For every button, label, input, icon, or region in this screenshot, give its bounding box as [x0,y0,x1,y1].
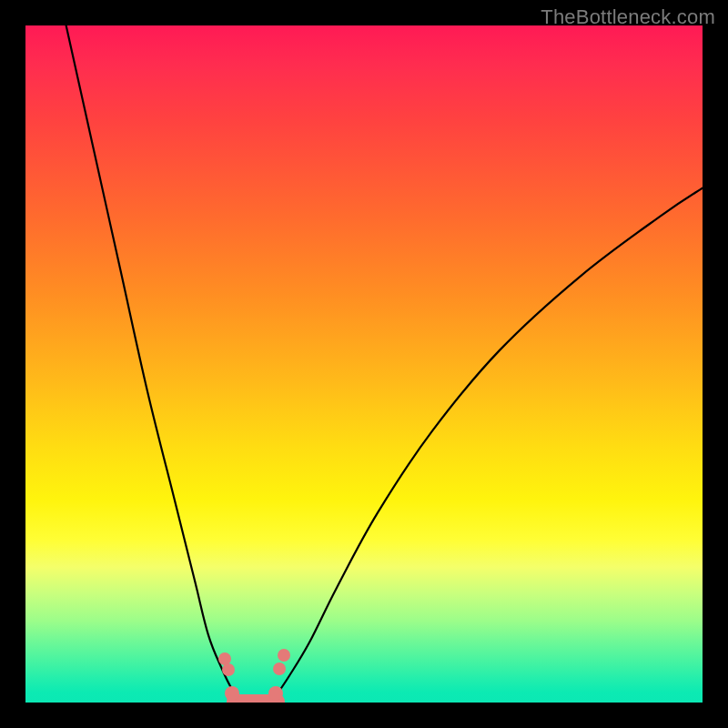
chart-frame: TheBottleneck.com [0,0,728,728]
plot-inner [25,25,703,703]
watermark-text: TheBottleneck.com [541,5,715,29]
curve-marker [273,662,286,675]
curve-left-branch [66,25,242,699]
curve-right-branch [276,188,703,696]
plot-area [25,25,703,703]
curve-marker [278,649,290,662]
bottleneck-curve [25,25,703,703]
